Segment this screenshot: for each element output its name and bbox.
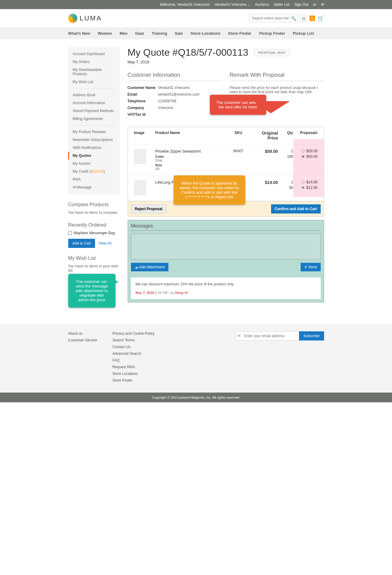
footer-rma[interactable]: Request RMA [112,365,155,369]
account-sidebar: Account Dashboard My Orders My Downloada… [68,47,120,280]
proposal-radio[interactable] [302,150,305,153]
sidebar-message[interactable]: ✉ Message [68,183,120,191]
footer-privacy[interactable]: Privacy and Cookie Policy [112,331,155,336]
footer: About us Customer Service Privacy and Co… [0,324,392,393]
table-row: LifeLong F $14.00 1 50 $14.00 $12.00 Whe… [128,175,324,201]
newsletter-input[interactable] [235,331,299,340]
remark-text: Please send the price for each product a… [230,86,324,94]
logo-text: LUMA [80,14,102,22]
footer-storelocations[interactable]: Store Locations [112,372,155,376]
chevron-down-icon: ⌄ [247,2,250,7]
sidebar-auction[interactable]: My Auction [68,160,120,168]
sidebar-accountinfo[interactable]: Account Information [68,99,120,107]
notification-badge[interactable]: 1 [309,16,315,21]
sidebar-dashboard[interactable]: Account Dashboard [68,50,120,58]
topbar: Welcome, Vendor01 Vnecoms! Vendor01 Vnec… [0,0,392,9]
footer-contact[interactable]: Contact Us [112,345,155,349]
product-image [134,180,146,195]
nav-women[interactable]: Women [98,31,112,36]
proposal-radio[interactable] [302,155,305,158]
view-all-link[interactable]: View All [99,241,111,245]
mail-icon: ✉ [237,333,241,338]
callout-offer: The customer can select the best offer f… [210,95,266,115]
main-content: My Quote #Q18/5/7-000113 PROPOSAL SENT M… [128,47,324,302]
header: LUMA 🔍 ▤ 1 🛒 [0,9,392,27]
search-input[interactable] [249,14,298,22]
footer-searchterms[interactable]: Search Terms [112,338,155,342]
nav-whatsnew[interactable]: What's New [68,31,90,36]
sidebar-addressbook[interactable]: Address Book [68,91,120,99]
sidebar-sms[interactable]: SMS Notifications [68,144,120,152]
compare-icon[interactable]: ▤ [300,15,307,22]
callout-message: The customer can send the message with a… [68,274,115,308]
footer-storefinder[interactable]: Store Finder [112,378,155,383]
mail-icon[interactable]: ✉ [321,2,324,7]
recent-item[interactable]: Wayfarer Messenger Bag [68,231,120,235]
product-name[interactable]: Phoebe Zipper Sweatshirt [155,149,226,153]
user-dropdown[interactable]: Vendor01 Vnecoms ⌄ [214,2,250,7]
message-textarea[interactable] [131,234,321,259]
page-title: My Quote #Q18/5/7-000113 [128,47,249,58]
topbar-or: or [313,2,316,7]
sidebar-payment[interactable]: Stored Payment Methods [68,107,120,115]
wishlist-title: My Wish List [68,256,120,261]
compare-empty: You have no items to compare. [68,210,120,215]
cart-icon[interactable]: 🛒 [317,15,324,22]
nav-men[interactable]: Men [120,31,128,36]
sidebar-billing[interactable]: Billing Agreements [68,115,120,123]
sidebar-downloadable[interactable]: My Downloadable Products [68,66,120,78]
footer-advsearch[interactable]: Advanced Search [112,351,155,356]
footer-about[interactable]: About us [68,331,97,336]
nav-pickupfinder[interactable]: Pickup Finder [259,31,285,36]
footer-faq[interactable]: FAQ [112,358,155,362]
message-history: We can discount maximum 15% the price of… [131,277,321,299]
nav-storefinder[interactable]: Store Finder [228,31,252,36]
sidebar-rma[interactable]: RMA [68,175,120,183]
welcome-text: Welcome, Vendor01 Vnecoms! [160,2,210,7]
remark-title: Remark With Proposal [230,72,324,81]
send-button[interactable]: ✈ Send [301,263,320,271]
footer-customerservice[interactable]: Customer Service [68,338,97,342]
logo[interactable]: LUMA [68,14,102,23]
copyright: Copyright © 2013-present Magento, Inc. A… [0,393,392,402]
recent-title: Recently Ordered [68,222,120,228]
sidebar-wishlist[interactable]: My Wish List [68,78,120,86]
topbar-auctions[interactable]: Auctions [255,2,269,7]
sidebar-credit[interactable]: My Credit ($229.50) [68,168,120,175]
sidebar-newsletter[interactable]: Newsletter Subscriptions [68,136,120,144]
quote-table: Image Product Name SKU Original Price Qt… [128,127,324,201]
product-image [134,149,146,164]
messages-title: Messages [131,223,321,231]
subscribe-button[interactable]: Subscribe [299,331,324,340]
topbar-signout[interactable]: Sign Out [294,2,309,7]
nav-gear[interactable]: Gear [135,31,144,36]
nav-sale[interactable]: Sale [175,31,183,36]
callout-confirm: When the Quote is approved by admin, the… [174,175,245,205]
customer-info-title: Customer Information [128,72,222,81]
messages-panel: Messages ☁ Add Attachment ✈ Send We can … [128,220,324,302]
checkbox-icon[interactable] [68,231,72,235]
table-row: Phoebe Zipper Sweatshirt ColorGray SizeX… [128,144,324,175]
status-badge: PROPOSAL SENT [254,49,289,56]
add-to-cart-button[interactable]: Add to Cart [68,239,95,248]
compare-title: Compare Products [68,202,120,207]
confirm-button[interactable]: Confirm and Add to Cart [271,204,321,213]
attach-button[interactable]: ☁ Add Attachment [131,263,168,271]
reject-button[interactable]: Reject Proposal [131,204,167,213]
search-icon[interactable]: 🔍 [291,16,296,21]
main-nav: What's New Women Men Gear Training Sale … [0,27,392,39]
logo-icon [68,14,77,23]
quote-date: May 7, 2018 [128,60,324,64]
nav-storelocations[interactable]: Store Locations [191,31,221,36]
sidebar-reviews[interactable]: My Product Reviews [68,128,120,136]
sidebar-myquotes[interactable]: My Quotes [68,152,120,160]
nav-pickuplist[interactable]: Pickup List [293,31,314,36]
topbar-sellerlist[interactable]: Seller List [274,2,290,7]
proposal-radio[interactable] [302,186,305,189]
sidebar-orders[interactable]: My Orders [68,58,120,66]
proposal-radio[interactable] [302,181,305,184]
nav-training[interactable]: Training [152,31,167,36]
